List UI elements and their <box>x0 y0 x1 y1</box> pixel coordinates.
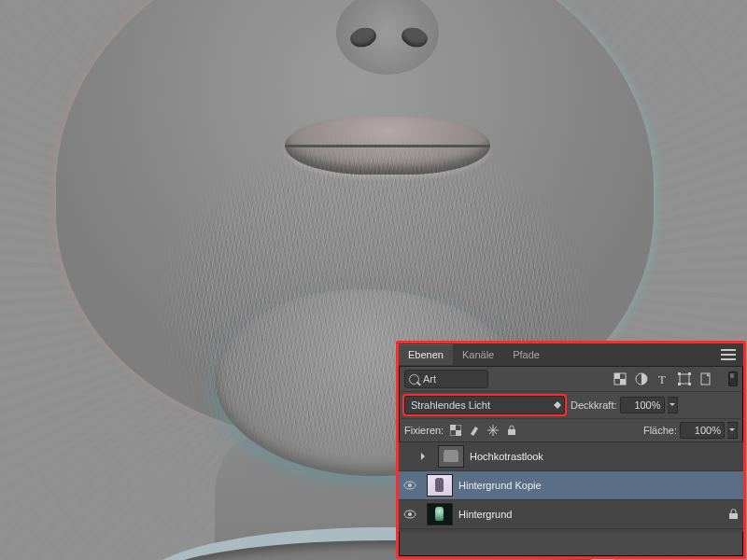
panel-tabs: Ebenen Kanäle Pfade <box>399 343 743 367</box>
filter-smart-icon[interactable] <box>698 371 713 386</box>
svg-rect-12 <box>450 425 456 430</box>
svg-point-18 <box>408 483 412 487</box>
layer-name[interactable]: Hintergrund <box>458 509 723 520</box>
updown-icon <box>554 399 561 412</box>
filter-text-icon[interactable]: T <box>655 371 670 386</box>
layer-thumbnail[interactable] <box>427 503 453 525</box>
svg-rect-14 <box>508 429 515 435</box>
layer-row[interactable]: Hintergrund <box>399 500 743 529</box>
lock-label: Fixieren: <box>404 425 444 436</box>
opacity-control: Deckkraft: 100% <box>571 397 678 413</box>
visibility-toggle[interactable] <box>399 481 421 490</box>
svg-text:T: T <box>658 372 666 385</box>
svg-rect-7 <box>688 372 691 375</box>
lock-icon <box>723 509 743 520</box>
opacity-stepper[interactable] <box>668 397 678 413</box>
svg-point-20 <box>408 512 412 516</box>
opacity-label: Deckkraft: <box>571 399 617 411</box>
tab-paths[interactable]: Pfade <box>503 345 549 365</box>
blend-mode-value: Strahlendes Licht <box>411 399 490 411</box>
lock-pixels-icon[interactable] <box>468 424 481 437</box>
layers-panel: Ebenen Kanäle Pfade Art T Strahlendes Li… <box>396 341 746 559</box>
group-disclose-icon[interactable] <box>421 452 430 461</box>
svg-rect-2 <box>620 379 626 385</box>
panel-menu-icon[interactable] <box>721 349 736 360</box>
layer-thumbnail[interactable] <box>427 474 453 497</box>
svg-rect-9 <box>688 383 691 385</box>
lock-row: Fixieren: Fläche: 100% <box>399 419 743 442</box>
tab-layers[interactable]: Ebenen <box>399 344 453 365</box>
svg-rect-5 <box>680 374 689 384</box>
layer-row[interactable]: Hintergrund Kopie <box>399 471 743 500</box>
filter-icons: T <box>613 371 713 386</box>
svg-rect-13 <box>456 430 461 436</box>
svg-rect-1 <box>614 373 620 379</box>
fill-label: Fläche: <box>643 425 677 436</box>
lock-all-icon[interactable] <box>505 424 518 437</box>
blend-mode-select[interactable]: Strahlendes Licht <box>404 396 565 414</box>
lock-position-icon[interactable] <box>486 424 500 437</box>
filter-toggle[interactable] <box>728 371 738 386</box>
filter-adjust-icon[interactable] <box>634 371 649 386</box>
filter-pixel-icon[interactable] <box>613 371 627 386</box>
fill-stepper[interactable] <box>727 422 738 439</box>
layer-row[interactable]: Hochkotrastlook <box>399 442 743 471</box>
fill-input[interactable]: 100% <box>680 422 725 439</box>
layer-name[interactable]: Hochkotrastlook <box>470 451 743 462</box>
svg-rect-6 <box>678 372 681 375</box>
layer-list-empty <box>399 529 743 532</box>
layer-filter-kind[interactable]: Art <box>404 370 488 388</box>
filter-label: Art <box>423 373 436 385</box>
visibility-toggle[interactable] <box>399 510 421 519</box>
visibility-toggle[interactable] <box>399 452 421 461</box>
fill-control: Fläche: 100% <box>643 422 738 439</box>
filter-row: Art T <box>399 367 743 392</box>
opacity-input[interactable]: 100% <box>620 397 665 413</box>
layer-list: Hochkotrastlook Hintergrund Kopie Hinter… <box>399 442 743 532</box>
search-icon <box>409 374 419 385</box>
svg-rect-21 <box>729 513 738 519</box>
filter-shape-icon[interactable] <box>677 371 692 386</box>
tab-channels[interactable]: Kanäle <box>453 345 503 365</box>
blend-row: Strahlendes Licht Deckkraft: 100% <box>399 392 743 419</box>
svg-rect-8 <box>678 383 681 385</box>
layer-name[interactable]: Hintergrund Kopie <box>458 480 743 491</box>
lock-transparent-icon[interactable] <box>449 424 462 437</box>
folder-icon <box>438 445 464 468</box>
